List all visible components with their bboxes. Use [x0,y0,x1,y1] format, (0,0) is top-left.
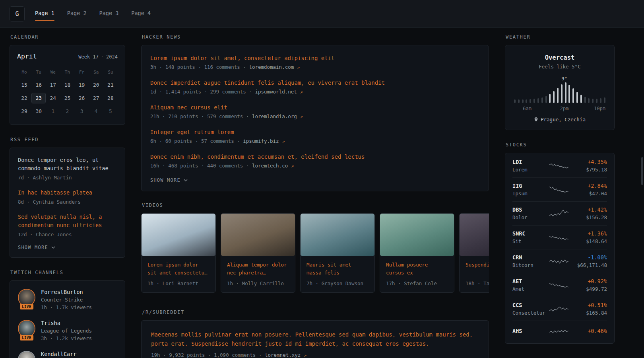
page-tab[interactable]: Page 3 [99,6,119,21]
section-title-twitch: TWITCH CHANNELS [10,270,124,275]
hn-domain-link[interactable]: ipsumworld.net [255,89,297,95]
hn-title-link[interactable]: Donec imperdiet augue tincidunt felis al… [150,80,480,86]
video-title[interactable]: Nullam posuere cursus ex [386,261,448,277]
rss-item-title[interactable]: Donec tempor eros leo, ut commodo mauris… [18,156,117,173]
show-more-button[interactable]: SHOW MORE [18,245,55,250]
hn-domain-link[interactable]: loremlandia.org [252,113,297,119]
video-card[interactable]: Mauris sit amet massa felis 7h · Grayson… [300,213,375,293]
hackernews-list: Lorem ipsum dolor sit amet, consectetur … [150,55,480,169]
twitch-channel[interactable]: LIVE Trisha League of Legends 3h · 1.2k … [18,320,117,341]
external-link-icon: ↗ [300,89,303,95]
channel-avatar[interactable] [19,321,35,337]
page-tab[interactable]: Page 4 [131,6,151,21]
hn-domain-link[interactable]: loremtech.co [252,163,288,169]
stock-row[interactable]: AET Amet +0.92% $499.72 [512,273,607,297]
stock-values: +0.51% $165.84 [572,302,607,316]
video-card[interactable]: Aliquam tempor dolor nec pharetra… 1h · … [221,213,295,293]
stock-ticker[interactable]: AHS [512,328,546,334]
page-tab[interactable]: Page 2 [67,6,87,21]
subreddit-post[interactable]: Maecenas mollis pulvinar erat non posuer… [151,330,479,358]
video-card[interactable]: Nullam posuere cursus ex 17h · Stefan Co… [380,213,454,293]
subreddit-post-title[interactable]: Maecenas mollis pulvinar erat non posuer… [151,330,479,348]
video-card-body: Suspendisse diam 18h · Tara [460,256,489,292]
rss-item[interactable]: Sed volutpat nulla nisl, a condimentum n… [18,213,117,237]
stock-row[interactable]: DBS Dolor +1.42% $156.28 [512,201,607,225]
separator-dot: · [101,54,104,60]
hn-title-link[interactable]: Aliquam nec cursus elit [150,104,480,111]
hn-item[interactable]: Integer eget rutrum lorem 6h · 60 points… [150,129,480,144]
app-logo[interactable]: G [10,6,25,21]
calendar-day-header: We [46,70,60,75]
hn-domain-link[interactable]: ipsumify.biz [243,138,279,144]
page-tab[interactable]: Page 1 [35,6,54,21]
hn-item[interactable]: Aliquam nec cursus elit 21h · 710 points… [150,104,480,119]
weather-bar [545,96,547,103]
video-title[interactable]: Lorem ipsum dolor sit amet consectetu… [147,261,209,277]
video-card[interactable]: Suspendisse diam 18h · Tara [459,213,489,293]
weather-section: WEATHER Overcast Feels like 5°C 9° 6am 2… [505,34,615,130]
hn-meta-text: 1d · 1,414 points · 299 comments · [150,89,252,95]
hn-title-link[interactable]: Integer eget rutrum lorem [150,129,480,135]
twitch-channel[interactable]: LIVE ForrestBurton Counter-Strike 1h · 1… [18,289,117,310]
scrollbar-thumb[interactable] [641,157,643,185]
channel-avatar[interactable] [19,290,35,305]
rss-item[interactable]: In hac habitasse platea 8d · Cynthia Sau… [18,189,117,205]
external-link-icon: ↗ [300,113,303,119]
hn-title-link[interactable]: Lorem ipsum dolor sit amet, consectetur … [150,55,480,61]
rss-item-meta: 8d · Cynthia Saunders [18,199,117,205]
video-thumbnail[interactable] [460,214,489,256]
time-label: 10pm [594,106,605,111]
rss-item-title[interactable]: In hac habitasse platea [18,189,117,197]
stock-price: $156.28 [572,214,607,220]
subreddit-domain-link[interactable]: loremnet.xyz [265,352,301,358]
stock-row[interactable]: SNRC Sit +1.36% $148.64 [512,225,607,249]
rss-item[interactable]: Donec tempor eros leo, ut commodo mauris… [18,156,117,181]
hn-title-link[interactable]: Donec enim nibh, condimentum et accumsan… [150,154,480,160]
video-title[interactable]: Mauris sit amet massa felis [306,261,369,277]
video-thumbnail[interactable] [380,214,454,256]
video-card[interactable]: Lorem ipsum dolor sit amet consectetu… 1… [141,213,216,293]
stock-row[interactable]: IIG Ipsum +2.84% $42.04 [512,177,607,201]
video-thumbnail[interactable] [301,214,374,256]
video-title[interactable]: Aliquam tempor dolor nec pharetra… [227,261,289,277]
hn-item[interactable]: Lorem ipsum dolor sit amet, consectetur … [150,55,480,70]
stock-identity: AET Amet [512,278,546,292]
show-more-button[interactable]: SHOW MORE [150,177,188,183]
location-pin-icon [534,117,538,122]
right-column: WEATHER Overcast Feels like 5°C 9° 6am 2… [505,34,615,358]
twitch-channel[interactable]: KendallCarr [18,351,117,358]
calendar-day: 26 [75,93,89,103]
channel-avatar[interactable] [19,352,35,358]
stock-identity: DBS Dolor [512,206,546,220]
rss-list: Donec tempor eros leo, ut commodo mauris… [18,156,117,237]
stock-ticker[interactable]: CRN [512,254,546,261]
stock-row[interactable]: LDI Lorem +4.35% $795.18 [512,154,607,177]
stock-ticker[interactable]: LDI [512,159,546,165]
stock-ticker[interactable]: SNRC [512,230,546,237]
live-badge: LIVE [20,335,33,340]
stock-ticker[interactable]: AET [512,278,546,284]
rss-item-title[interactable]: Sed volutpat nulla nisl, a condimentum n… [18,213,117,230]
channel-name[interactable]: KendallCarr [41,351,76,357]
stock-row[interactable]: AHS +0.46% [512,321,607,342]
stock-ticker[interactable]: CCS [512,302,546,308]
hn-domain-link[interactable]: loremdomain.com [249,64,294,70]
stock-row[interactable]: CCS Consectetur +0.51% $165.84 [512,297,607,321]
weather-bar [592,99,594,103]
stock-row[interactable]: CRN Bitcorn -1.00% $66,171.48 [512,249,607,273]
subreddit-post-meta: 19h · 9,932 points · 1,090 comments · lo… [151,352,479,358]
hn-item[interactable]: Donec imperdiet augue tincidunt felis al… [150,80,480,95]
channel-name[interactable]: Trisha [41,320,92,326]
video-title[interactable]: Suspendisse diam [466,261,489,277]
calendar-day: 25 [60,93,74,103]
weather-bar [596,99,597,103]
weather-bar [557,88,559,103]
weather-bars [514,82,605,103]
channel-avatar-wrap: LIVE [18,320,35,340]
stock-ticker[interactable]: IIG [512,183,546,189]
channel-name[interactable]: ForrestBurton [41,289,92,295]
stock-ticker[interactable]: DBS [512,206,546,213]
video-thumbnail[interactable] [142,214,215,256]
video-thumbnail[interactable] [221,214,295,256]
hn-item[interactable]: Donec enim nibh, condimentum et accumsan… [150,154,480,169]
